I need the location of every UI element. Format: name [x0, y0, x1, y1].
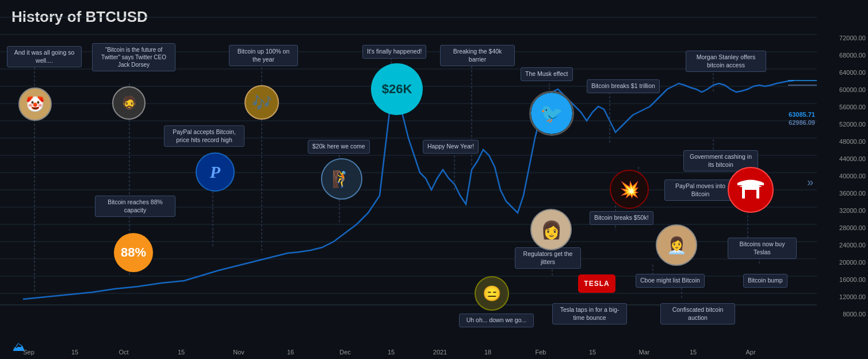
x-label-oct: Oct [118, 349, 128, 356]
x-label-18: 18 [484, 349, 491, 356]
annotation-going-well: And it was all going so well.... [7, 46, 82, 67]
y-label-36k: 36000.00 [839, 190, 866, 197]
x-label-15b: 15 [178, 349, 185, 356]
annotation-new-year: Happy New Year! [423, 140, 479, 154]
icon-paypal: P [196, 152, 235, 192]
y-label-28k: 28000.00 [839, 224, 866, 231]
icon-88pct: 88% [114, 233, 153, 272]
y-label-72k: 72000.00 [839, 35, 866, 41]
y-label-24k: 24000.00 [839, 242, 866, 249]
y-label-60k: 60000.00 [839, 86, 866, 93]
x-label-16: 16 [287, 349, 294, 356]
annotation-100pct: Bitcoin up 100% on the year [229, 45, 298, 66]
icon-government-face: 👩‍💼 [656, 224, 697, 266]
x-label-nov: Nov [233, 349, 244, 356]
annotation-88pct: Bitcoin reaches 88% capacity [95, 196, 175, 217]
annotation-paypal-moves: PayPal moves into Bitcoin [664, 180, 736, 201]
icon-ladder: 🧗 [321, 158, 362, 200]
y-label-40k: 40000.00 [839, 173, 866, 180]
y-axis: 72000.00 68000.00 64000.00 60000.00 5600… [817, 35, 868, 345]
annotation-40k: Breaking the $40k barrier [440, 45, 515, 66]
annotation-paypal-accepts: PayPal accepts Bitcoin, price hits recor… [164, 125, 244, 147]
annotation-cboe: Cboe might list Bitcoin [636, 274, 705, 288]
icon-person-sep: 🤡 [18, 87, 52, 121]
x-label-dec: Dec [339, 349, 351, 356]
annotation-morgan-stanley: Morgan Stanley offers bitcoin access [686, 51, 766, 72]
annotation-finally: It's finally happened! [362, 45, 426, 59]
y-label-68k: 68000.00 [839, 52, 866, 59]
price-label-low: 62986.09 [789, 119, 815, 126]
x-label-15c: 15 [388, 349, 395, 356]
annotation-teslas: Bitcoins now buy Teslas [728, 238, 797, 259]
annotation-down: Uh oh... down we go... [459, 314, 534, 327]
annotation-bump: Bitcoin bump [743, 274, 787, 288]
y-label-64k: 64000.00 [839, 69, 866, 76]
y-label-44k: 44000.00 [839, 155, 866, 162]
icon-twitter-musk: 🐦 [529, 91, 574, 136]
x-label-15e: 15 [690, 349, 697, 356]
y-label-48k: 48000.00 [839, 138, 866, 145]
icon-26k: $26K [371, 63, 423, 115]
y-label-32k: 32000.00 [839, 207, 866, 214]
icon-yellen: 👩 [530, 209, 572, 250]
x-label-15a: 15 [71, 349, 78, 356]
price-label-high: 63085.71 [789, 111, 815, 118]
y-label-56k: 56000.00 [839, 104, 866, 110]
x-label-apr: Apr [745, 349, 755, 356]
y-label-20k: 20000.00 [839, 259, 866, 266]
y-label-12k: 12000.00 [839, 293, 866, 300]
annotation-regulators: Regulators get the jitters [515, 247, 581, 269]
icon-paypal-explosion: 💥 [610, 170, 649, 209]
x-label-feb: Feb [536, 349, 546, 356]
annotation-twitter-dorsey: "Bitcoin is the future of Twitter" says … [92, 43, 175, 71]
y-label-16k: 16000.00 [839, 276, 866, 283]
annotation-50k: Bitcoin breaks $50k! [590, 211, 653, 225]
icon-jukebox: 🎶 [244, 85, 279, 120]
icon-dorsey: 🧔 [112, 86, 146, 120]
x-label-15d: 15 [589, 349, 596, 356]
annotation-1trillion: Bitcoin breaks $1 trillion [587, 79, 660, 93]
annotation-20k: $20k here we come [308, 140, 370, 154]
x-label-mar: Mar [639, 349, 650, 356]
annotation-musk-effect: The Musk effect [521, 67, 573, 81]
chevron-right-button[interactable]: » [807, 175, 813, 189]
icon-sad: 😑 [475, 276, 509, 311]
x-label-2021: 2021 [433, 349, 447, 356]
y-label-8k: 8000.00 [843, 311, 866, 318]
bottom-nav-icon[interactable]: ⛰ [13, 339, 25, 354]
annotation-tesla-bounce: Tesla taps in for a big-time bounce [552, 303, 627, 324]
icon-tesla-big [728, 167, 774, 213]
y-label-52k: 52000.00 [839, 121, 866, 128]
icon-tesla: TESLA [578, 274, 615, 293]
annotation-confiscated: Confiscated bitcoin auction [660, 303, 735, 324]
